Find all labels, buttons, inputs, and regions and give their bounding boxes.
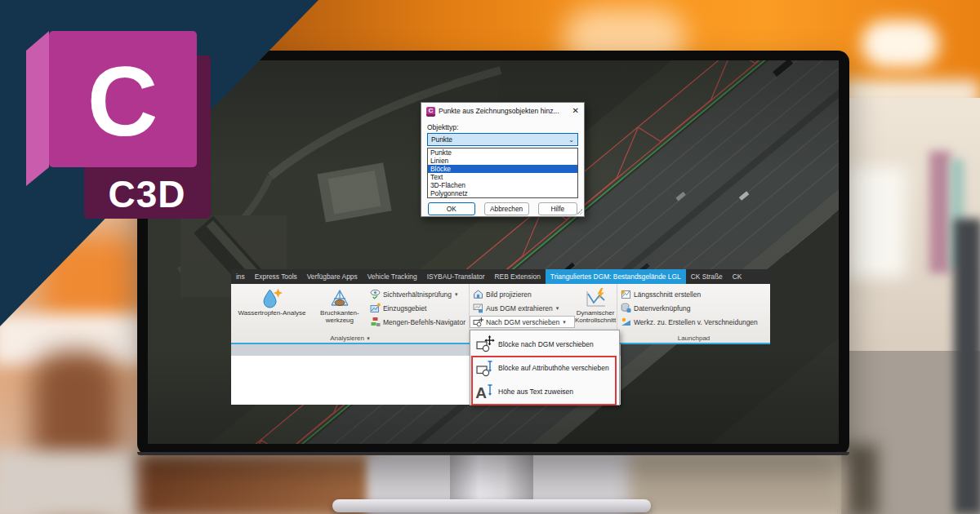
werkzeuge-label: Werkz. zu. Erstellen v. Verschneidungen: [634, 318, 758, 326]
analysieren-label-text: Analysieren: [330, 335, 364, 342]
dialog-button-row: OK Abbrechen Hilfe: [428, 202, 577, 215]
civil3d-logo-badge: C C3D: [24, 29, 214, 225]
menu-item-label: Blöcke nach DGM verschieben: [498, 340, 594, 348]
bruchkanten-werkzeug-button[interactable]: Bruchkanten- werkzeug: [313, 286, 367, 325]
sichtverhaeltnispruefung-button[interactable]: Sichtverhältnisprüfung ▾: [367, 288, 469, 300]
list-item-bloecke[interactable]: Blöcke: [428, 165, 577, 173]
ribbon-tab-ck-strasse[interactable]: CK Straße: [686, 269, 728, 284]
help-button[interactable]: Hilfe: [538, 202, 577, 215]
dynamischer-kontrollschnitt-button[interactable]: Dynamischer Kontrollschnitt: [575, 286, 616, 325]
ribbon-tab-bar: ins Express Tools Verfügbare Apps Vehicl…: [231, 269, 770, 284]
dialog-title: Punkte aus Zeichnungsobjekten hinz...: [439, 107, 569, 115]
civil3d-logo: C C3D: [24, 29, 214, 222]
menu-item-bloecke-nach-dgm[interactable]: Blöcke nach DGM verschieben: [470, 332, 619, 356]
panel-analysieren: Wassertropfen-Analyse Bruchkanten- werkz…: [231, 284, 470, 343]
ribbon-tab-addins[interactable]: ins: [231, 269, 250, 284]
dynamischer-label-line2: Kontrollschnitt: [575, 317, 616, 325]
datenverknuepfung-button[interactable]: Datenverknüpfung: [617, 302, 761, 314]
werkzeuge-verschneidungen-button[interactable]: Werkz. zu. Erstellen v. Verschneidungen: [617, 316, 761, 328]
list-item-punkte[interactable]: Punkte: [428, 148, 577, 157]
combo-value: Punkte: [431, 135, 452, 144]
eye-icon: [370, 289, 381, 299]
ceiling-light: [862, 20, 939, 68]
laengsschnitt-erstellen-button[interactable]: Längsschnitt erstellen: [617, 288, 761, 300]
chevron-down-icon: ▾: [556, 305, 559, 312]
combo-chevron-icon: ⌄: [568, 136, 574, 144]
logo-label-c3d: C3D: [108, 173, 185, 215]
analysieren-small-buttons: Sichtverhältnisprüfung ▾ Einzugsgebiet: [367, 286, 469, 328]
list-item-text[interactable]: Text: [428, 173, 577, 181]
ribbon-tab-vehicle-tracking[interactable]: Vehicle Tracking: [363, 269, 422, 284]
bruchkanten-label-line2: werkzeug: [326, 317, 354, 325]
einzugsgebiet-button[interactable]: Einzugsgebiet: [367, 302, 469, 314]
list-item-linien[interactable]: Linien: [428, 157, 577, 165]
stage: ins Express Tools Verfügbare Apps Vehicl…: [0, 0, 980, 514]
window-blur: [845, 167, 906, 277]
water-drop-icon: [261, 286, 283, 309]
objekttyp-label: Objekttyp:: [427, 123, 578, 131]
bild-projizieren-button[interactable]: Bild projizieren: [470, 288, 575, 300]
ribbon-tab-reb-extension[interactable]: REB Extension: [490, 269, 546, 284]
red-highlight-box: [471, 356, 617, 405]
breakline-tool-icon: [328, 286, 351, 309]
dynamic-section-icon: [584, 286, 607, 309]
dialog-title-bar[interactable]: C Punkte aus Zeichnungsobjekten hinz... …: [421, 103, 584, 119]
cancel-button[interactable]: Abbrechen: [484, 202, 529, 215]
move-to-dgm-icon: [473, 317, 483, 327]
laengsschnitt-label: Längsschnitt erstellen: [634, 290, 701, 299]
wassertropfen-analyse-button[interactable]: Wassertropfen-Analyse: [231, 286, 313, 317]
resize-grip[interactable]: [577, 209, 582, 215]
close-icon[interactable]: ✕: [572, 107, 579, 115]
objekttyp-dropdown-list: Punkte Linien Blöcke Text 3D-Flächen Pol…: [427, 148, 578, 198]
sichtverhaeltnis-label: Sichtverhältnisprüfung: [383, 290, 452, 299]
logo-letter-c: C: [87, 47, 158, 156]
objekttyp-combobox[interactable]: Punkte ⌄: [427, 133, 578, 146]
launchpad-label-text: Launchpad: [678, 335, 710, 342]
list-item-polygonnetz[interactable]: Polygonnetz: [428, 189, 577, 197]
civil3d-app-icon: C: [426, 107, 435, 116]
partition-dark: [954, 219, 980, 514]
monitor-stand-neck: [450, 454, 533, 503]
ribbon-tab-ck-2[interactable]: CK: [728, 269, 747, 284]
bild-projizieren-label: Bild projizieren: [486, 290, 532, 299]
data-link-icon: [621, 303, 631, 313]
dgm-small-buttons: Bild projizieren Aus DGM extrahieren ▾: [470, 286, 575, 328]
extract-dgm-icon: [473, 303, 483, 313]
nach-dgm-verschieben-button[interactable]: Nach DGM verschieben ▾: [470, 316, 575, 328]
monitor-stand-base: [332, 499, 651, 512]
wassertropfen-label: Wassertropfen-Analyse: [238, 310, 306, 317]
wall-accent-mauve: [929, 151, 951, 273]
floor-left: [0, 450, 151, 514]
launchpad-small-buttons: Längsschnitt erstellen Datenverknüpfung: [617, 286, 761, 328]
ribbon-tab-verfuegbare-apps[interactable]: Verfügbare Apps: [302, 269, 363, 284]
panel-chevron-icon: ▾: [367, 335, 370, 341]
chevron-down-icon: ▾: [563, 319, 566, 326]
monitor-bottom-edge: [137, 452, 849, 455]
einzugsgebiet-label: Einzugsgebiet: [383, 304, 426, 312]
intersection-tools-icon: [621, 317, 631, 327]
mengen-label: Mengen-Befehls-Navigator: [383, 318, 466, 326]
move-blocks-dgm-icon: [475, 335, 495, 353]
profile-create-icon: [621, 289, 631, 299]
ribbon-tab-express-tools[interactable]: Express Tools: [250, 269, 302, 284]
nach-dgm-label: Nach DGM verschieben: [486, 318, 559, 326]
list-item-3d-flaechen[interactable]: 3D-Flächen: [428, 181, 577, 189]
floor-beige: [629, 454, 845, 514]
ribbon-tab-trianguliertes-dgm[interactable]: Trianguliertes DGM: Bestandsgelände LGL: [546, 269, 686, 284]
panel-label-analysieren[interactable]: Analysieren ▾: [231, 334, 469, 343]
quantity-navigator-icon: [370, 317, 381, 327]
punkte-dialog: C Punkte aus Zeichnungsobjekten hinz... …: [421, 102, 585, 217]
ribbon-tab-isybau-translator[interactable]: ISYBAU-Translator: [422, 269, 490, 284]
datenverknuepfung-label: Datenverknüpfung: [634, 304, 690, 312]
ok-button[interactable]: OK: [428, 202, 475, 215]
panel-launchpad: Längsschnitt erstellen Datenverknüpfung: [617, 284, 770, 343]
project-image-icon: [473, 289, 483, 299]
mengen-befehls-navigator-button[interactable]: Mengen-Befehls-Navigator: [367, 316, 469, 328]
aus-dgm-extrahieren-button[interactable]: Aus DGM extrahieren ▾: [470, 302, 575, 314]
panel-label-launchpad[interactable]: Launchpad: [617, 334, 770, 343]
aus-dgm-label: Aus DGM extrahieren: [486, 304, 553, 312]
chevron-down-icon: ▾: [455, 291, 458, 298]
catchment-icon: [370, 303, 381, 313]
